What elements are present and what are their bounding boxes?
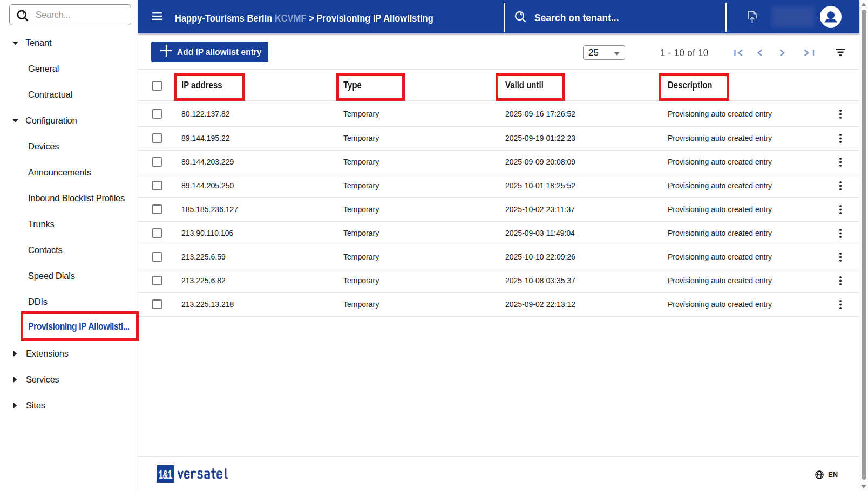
svg-text:1&1: 1&1 xyxy=(159,468,172,481)
